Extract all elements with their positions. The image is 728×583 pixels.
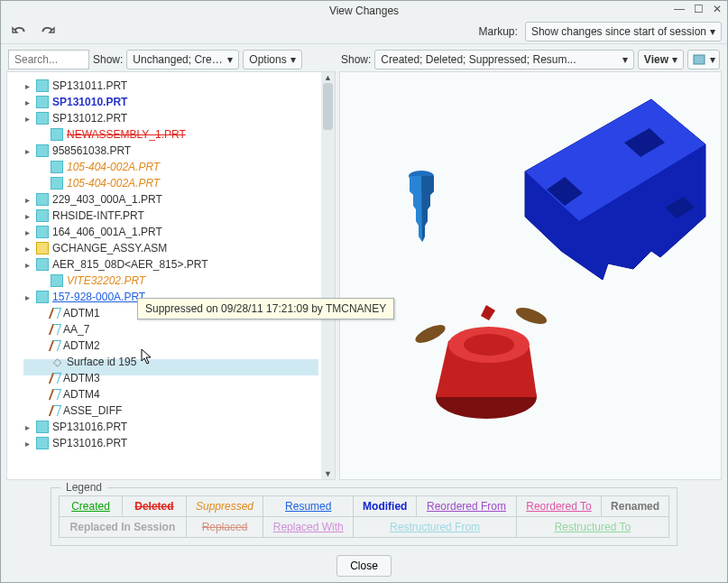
red-part: [436, 305, 537, 419]
redo-icon: [40, 25, 56, 38]
legend-restructured-to: Restructured To: [516, 517, 668, 538]
expand-arrow-icon[interactable]: ▸: [22, 260, 32, 270]
part-icon: [36, 437, 49, 449]
undo-button[interactable]: [6, 22, 32, 42]
svg-rect-0: [694, 55, 705, 64]
tree-item-label: SP131016.PRT: [52, 437, 127, 449]
tree-item[interactable]: ◇Surface id 195: [9, 354, 333, 370]
legend-replaced-in-session: Replaced In Session: [60, 517, 187, 538]
tree-item-label: 105-404-002A.PRT: [67, 161, 160, 173]
chevron-down-icon: ▾: [290, 53, 296, 66]
scroll-down-icon[interactable]: ▼: [321, 468, 335, 479]
model-tree[interactable]: ▸SP131011.PRT▸SP131010.PRT▸SP131012.PRTN…: [7, 72, 335, 457]
legend-created: Created: [60, 496, 123, 517]
right-panelbar: Show: Created; Deleted; Suppressed; Resu…: [339, 48, 722, 71]
legend-reordered-to: Reordered To: [516, 496, 601, 517]
chevron-down-icon: ▾: [622, 53, 628, 66]
expand-arrow-icon[interactable]: ▸: [22, 227, 32, 237]
tree-wrap: ▸SP131011.PRT▸SP131010.PRT▸SP131012.PRTN…: [6, 71, 336, 480]
tree-item[interactable]: 105-404-002A.PRT: [9, 159, 333, 175]
expand-arrow-icon[interactable]: ▸: [22, 195, 32, 205]
part-icon: [36, 193, 49, 206]
tree-item-label: 229_403_000A_1.PRT: [52, 193, 162, 206]
legend-suppressed: Suppressed: [186, 496, 263, 517]
legend-renamed: Renamed: [602, 496, 669, 517]
tree-item[interactable]: NEWASSEMBLY_1.PRT: [9, 126, 333, 143]
viewport-3d[interactable]: [339, 71, 722, 480]
left-show-dropdown[interactable]: Unchanged; Create... ▾: [126, 50, 239, 69]
tree-item[interactable]: ▸SP131016.PRT: [9, 435, 333, 451]
tree-item[interactable]: ▸229_403_000A_1.PRT: [9, 191, 333, 208]
close-button[interactable]: Close: [336, 555, 392, 577]
tree-item[interactable]: ADTM3: [9, 370, 333, 386]
tree-item-label: VITE32202.PRT: [67, 274, 145, 287]
markup-value: Show changes since start of session: [531, 25, 706, 38]
part-icon: [36, 258, 49, 271]
right-show-dropdown[interactable]: Created; Deleted; Suppressed; Resum... ▾: [374, 50, 634, 69]
tree-item[interactable]: ▸958561038.PRT: [9, 143, 333, 159]
part-icon: [36, 209, 49, 222]
datum-icon: [49, 308, 61, 319]
undo-icon: [11, 25, 27, 38]
tree-item-label: RHSIDE-INTF.PRT: [52, 209, 144, 222]
tree-item[interactable]: ▸SP131012.PRT: [9, 110, 333, 126]
redo-button[interactable]: [35, 22, 60, 42]
tree-item[interactable]: ASSE_DIFF: [9, 403, 333, 419]
tree-item[interactable]: ▸SP131010.PRT: [9, 94, 333, 110]
expand-arrow-icon[interactable]: ▸: [22, 244, 32, 254]
footer: Close: [1, 550, 727, 582]
tree-item[interactable]: VITE32202.PRT: [9, 273, 333, 289]
svg-point-2: [413, 321, 448, 347]
expand-arrow-icon[interactable]: ▸: [22, 422, 32, 432]
search-input[interactable]: [8, 50, 89, 69]
toolbar: Markup: Show changes since start of sess…: [1, 20, 727, 44]
part-icon: [36, 112, 49, 125]
tree-item-label: ADTM4: [63, 388, 100, 401]
tree-item-label: AA_7: [63, 323, 89, 336]
tree-item[interactable]: ▸GCHANGE_ASSY.ASM: [9, 240, 333, 256]
tree-item[interactable]: ▸SP131016.PRT: [9, 419, 333, 435]
options-dropdown[interactable]: Options ▾: [243, 50, 301, 69]
display-style-dropdown[interactable]: ▾: [687, 50, 720, 69]
expand-arrow-icon[interactable]: ▸: [22, 292, 32, 302]
legend-reordered-from: Reordered From: [417, 496, 517, 517]
close-icon[interactable]: ✕: [713, 3, 722, 15]
expand-arrow-icon[interactable]: ▸: [22, 211, 32, 221]
tree-item[interactable]: ADTM4: [9, 386, 333, 403]
tooltip-text: Suppressed on 09/28/11 17:21:09 by TMCNA…: [145, 302, 386, 315]
tree-item-label: ADTM2: [63, 339, 100, 352]
tree-item[interactable]: ADTM2: [9, 338, 333, 354]
legend-deleted: Deleted: [123, 496, 187, 517]
surface-icon: ◇: [51, 356, 63, 368]
tree-item[interactable]: ▸SP131011.PRT: [9, 78, 333, 94]
expand-arrow-icon[interactable]: ▸: [22, 97, 32, 107]
legend-restructured-from: Restructured From: [354, 517, 517, 538]
tree-item[interactable]: ▸AER_815_08D<AER_815>.PRT: [9, 256, 333, 273]
tree-item[interactable]: ▸RHSIDE-INTF.PRT: [9, 208, 333, 224]
expand-arrow-icon[interactable]: ▸: [22, 146, 32, 156]
view-changes-window: View Changes — ☐ ✕ Markup: Show changes …: [0, 0, 728, 583]
tree-item[interactable]: 105-404-002A.PRT: [9, 175, 333, 191]
svg-point-6: [464, 334, 514, 356]
view-label: View: [644, 53, 668, 66]
display-style-icon: [692, 53, 706, 66]
right-show-value: Created; Deleted; Suppressed; Resum...: [381, 53, 619, 66]
tooltip: Suppressed on 09/28/11 17:21:09 by TMCNA…: [137, 298, 394, 319]
tree-item-label: 157-928-000A.PRT: [52, 291, 145, 303]
blue-part: [525, 99, 705, 280]
expand-arrow-icon[interactable]: ▸: [22, 439, 32, 449]
markup-dropdown[interactable]: Show changes since start of session ▾: [525, 22, 722, 42]
expand-arrow-icon[interactable]: ▸: [22, 114, 32, 124]
part-icon: [36, 291, 49, 303]
datum-icon: [49, 389, 61, 400]
view-dropdown[interactable]: View ▾: [638, 50, 684, 69]
minimize-icon[interactable]: —: [674, 3, 685, 15]
tree-item[interactable]: ▸164_406_001A_1.PRT: [9, 224, 333, 240]
legend-title: Legend: [60, 481, 107, 494]
tree-item-label: ADTM1: [63, 307, 100, 319]
datum-icon: [49, 324, 61, 335]
tree-item[interactable]: AA_7: [9, 321, 333, 338]
markup-label: Markup:: [479, 25, 518, 38]
expand-arrow-icon[interactable]: ▸: [22, 81, 32, 91]
maximize-icon[interactable]: ☐: [694, 3, 704, 15]
